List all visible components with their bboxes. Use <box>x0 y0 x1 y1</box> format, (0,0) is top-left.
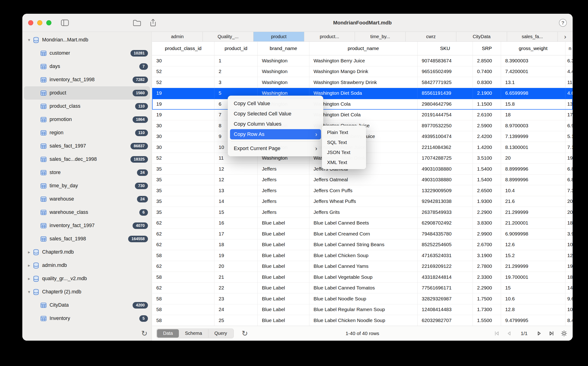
table-cell[interactable]: 1.4200 <box>473 142 501 153</box>
table-cell[interactable]: Blue Label <box>258 304 309 315</box>
table-cell[interactable]: 6.3 <box>565 55 573 66</box>
table-cell[interactable]: 85252254605 <box>417 239 473 250</box>
table-cell[interactable]: 90748583674 <box>417 55 473 66</box>
table-cell[interactable]: 15 <box>501 283 565 294</box>
table-row[interactable]: 62 22 Blue Label Blue Label Canned Tomat… <box>152 283 573 294</box>
table-cell[interactable]: 25 <box>214 315 258 326</box>
table-row[interactable]: 58 19 Blue Label Blue Label Chicken Soup… <box>152 250 573 261</box>
disclosure-chevron-icon[interactable] <box>26 276 33 281</box>
table-tab[interactable]: time_by... <box>355 32 406 41</box>
column-header[interactable]: SKU <box>417 42 473 55</box>
table-cell[interactable]: 3.5100 <box>473 153 501 164</box>
table-cell[interactable]: 62 <box>152 229 214 239</box>
sidebar-item[interactable]: sales_fact_1997 86837 <box>24 139 150 153</box>
table-cell[interactable]: 58 <box>152 304 214 315</box>
table-cell[interactable]: 21.299999 <box>501 207 565 218</box>
table-cell[interactable]: 12.1 <box>565 250 573 261</box>
table-cell[interactable]: 29804642796 <box>417 99 473 110</box>
table-cell[interactable]: Washington <box>258 77 309 88</box>
table-cell[interactable]: 1.5400 <box>473 164 501 175</box>
table-cell[interactable]: Washington <box>258 66 309 77</box>
table-cell[interactable]: 19 <box>214 250 258 261</box>
table-cell[interactable]: 1.1500 <box>473 99 501 110</box>
table-cell[interactable]: 17 <box>214 229 258 239</box>
table-cell[interactable]: 35 <box>152 196 214 207</box>
disclosure-chevron-icon[interactable] <box>26 263 33 268</box>
view-mode-segment[interactable]: Schema <box>179 329 208 338</box>
first-page-button[interactable] <box>494 330 500 336</box>
table-row[interactable]: 62 16 Blue Label Blue Label Canned Beets… <box>152 218 573 229</box>
table-cell[interactable]: 22 <box>214 283 258 294</box>
table-cell[interactable]: 2.8500 <box>473 55 501 66</box>
table-cell[interactable]: Blue Label <box>258 261 309 272</box>
table-cell[interactable]: 2.2900 <box>473 283 501 294</box>
table-cell[interactable]: Washington Diet Soda <box>309 88 417 99</box>
table-cell[interactable]: Blue Label Canned Beets <box>309 218 417 229</box>
zoom-window-button[interactable] <box>46 20 51 25</box>
table-row[interactable]: 62 18 Blue Label Blue Label Canned Strin… <box>152 239 573 250</box>
menu-item-copy-column-values[interactable]: Copy Column Values <box>230 119 321 129</box>
table-cell[interactable]: 30 <box>152 142 214 153</box>
table-cell[interactable]: 13 <box>214 185 258 196</box>
table-cell[interactable]: 14 <box>214 196 258 207</box>
table-cell[interactable]: 20191444754 <box>417 110 473 121</box>
sidebar-item[interactable]: sales_fac...dec_1998 18325 <box>24 153 150 166</box>
sidebar-item[interactable]: warehouse 24 <box>24 192 150 206</box>
next-page-button[interactable] <box>536 330 543 336</box>
table-row[interactable]: 19 5 Washington Washington Diet Soda 855… <box>152 88 573 99</box>
table-row[interactable]: 62 20 Blue Label Blue Label Canned Yams … <box>152 261 573 272</box>
table-cell[interactable]: 30 <box>152 131 214 142</box>
sidebar-item[interactable]: inventory_fact_1997 4070 <box>24 219 150 232</box>
table-cell[interactable]: 20 <box>214 261 258 272</box>
table-cell[interactable]: 8.8999996 <box>501 175 565 185</box>
table-cell[interactable]: 52 <box>152 66 214 77</box>
table-cell[interactable]: 21.299999 <box>501 261 565 272</box>
table-cell[interactable]: 0.7400 <box>473 66 501 77</box>
table-cell[interactable]: Blue Label <box>258 229 309 239</box>
table-cell[interactable]: 2.2900 <box>473 207 501 218</box>
menu-item-export-current-page[interactable]: Export Current Page › <box>230 143 321 153</box>
table-cell[interactable]: Blue Label Regular Ramen Soup <box>309 304 417 315</box>
table-cell[interactable]: 58427771925 <box>417 77 473 88</box>
table-cell[interactable]: 12.6 <box>501 239 565 250</box>
table-row[interactable]: 58 24 Blue Label Blue Label Regular Rame… <box>152 304 573 315</box>
table-cell[interactable]: 62908702492 <box>417 218 473 229</box>
table-cell[interactable]: 7.4200001 <box>501 66 565 77</box>
table-cell[interactable]: 32829326987 <box>417 293 473 304</box>
table-cell[interactable]: 7.38 <box>565 185 573 196</box>
table-cell[interactable]: 12408414483 <box>417 304 473 315</box>
table-cell[interactable]: 26378549933 <box>417 207 473 218</box>
table-cell[interactable]: 85561191439 <box>417 88 473 99</box>
table-row[interactable]: 30 1 Washington Washington Berry Juice 9… <box>152 55 573 66</box>
table-cell[interactable]: Jeffers <box>258 164 309 175</box>
table-cell[interactable]: 16 <box>214 218 258 229</box>
table-cell[interactable]: 3 <box>214 77 258 88</box>
table-cell[interactable]: 4.4 <box>565 66 573 77</box>
table-row[interactable]: 35 15 Jeffers Jeffers Grits 26378549933 … <box>152 207 573 218</box>
table-tab[interactable]: admin <box>152 32 203 41</box>
table-cell[interactable]: 1 <box>214 55 258 66</box>
table-cell[interactable]: 13.1 <box>501 77 565 88</box>
table-cell[interactable]: Washington Cola <box>309 99 417 110</box>
table-tab[interactable]: cwrz <box>406 32 456 41</box>
settings-gear-icon[interactable] <box>561 330 567 337</box>
table-cell[interactable]: 62 <box>152 239 214 250</box>
table-tab[interactable]: product... <box>304 32 355 41</box>
sidebar-toggle-icon[interactable] <box>61 14 69 32</box>
table-cell[interactable]: Blue Label Chicken Noodle Soup <box>309 315 417 326</box>
table-cell[interactable]: 58 <box>152 315 214 326</box>
disclosure-chevron-icon[interactable] <box>26 249 33 255</box>
table-cell[interactable]: 6.8 <box>565 175 573 185</box>
table-cell[interactable]: 20 <box>501 153 565 164</box>
sidebar-item[interactable]: promotion 1864 <box>24 113 150 126</box>
table-cell[interactable]: Washington Strawberry Drink <box>309 77 417 88</box>
table-cell[interactable]: 52 <box>152 153 214 164</box>
table-cell[interactable]: Blue Label <box>258 283 309 294</box>
table-row[interactable]: 58 23 Blue Label Blue Label Noodle Soup … <box>152 293 573 304</box>
table-cell[interactable]: 19.700001 <box>501 272 565 283</box>
table-cell[interactable]: Jeffers Wheat Puffs <box>309 196 417 207</box>
table-cell[interactable]: 62 <box>152 261 214 272</box>
submenu-item[interactable]: JSON Text <box>324 147 364 157</box>
table-cell[interactable]: Blue Label Canned String Beans <box>309 239 417 250</box>
open-folder-icon[interactable] <box>133 14 141 32</box>
